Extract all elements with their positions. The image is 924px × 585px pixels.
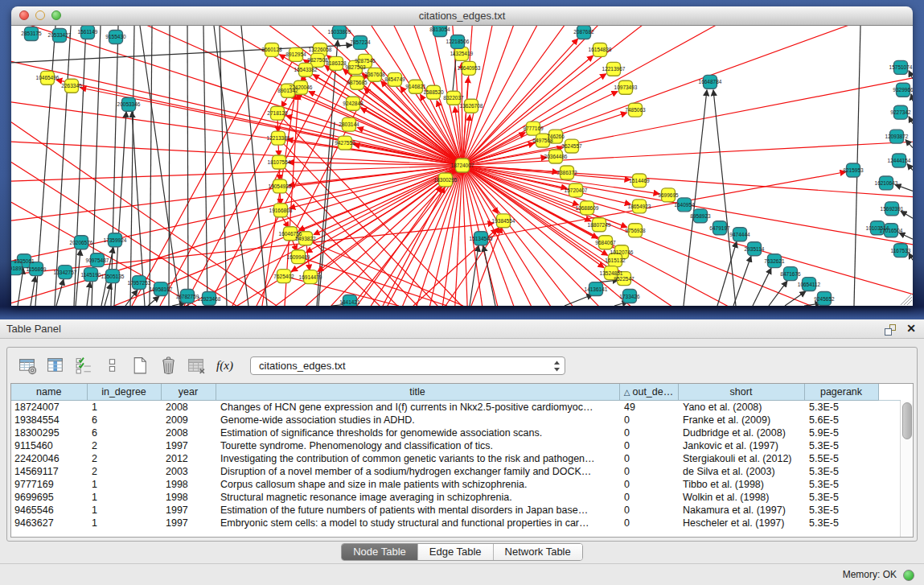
graph-node-label: 16033809 [328,29,351,35]
graph-node-label: 2718126 [267,110,288,116]
cell-pagerank: 5.3E-5 [804,478,878,491]
column-header-out_degree[interactable]: △out_de… [619,384,678,401]
cell-year: 2008 [161,426,216,439]
table-row[interactable]: 911546021997Tourette syndrome. Phenomeno… [11,439,901,452]
table-row[interactable]: 1830029562008Estimation of significance … [11,426,901,439]
show-columns-icon[interactable] [45,355,67,377]
graph-node-label: 16099489 [287,254,310,260]
network-graph[interactable]: 1872400718300295193845548660128891295413… [11,26,913,306]
graph-edge [11,163,236,306]
graph-node-label: 18640953 [458,65,481,71]
graph-edge [44,166,462,306]
graph-edge [281,216,289,228]
cell-filler [878,491,901,504]
tab-network-table[interactable]: Network Table [493,544,582,560]
graph-edge [907,164,913,171]
graph-edge [290,233,463,306]
graph-edge [290,166,462,208]
graph-edge [713,90,736,306]
graph-node-label: 8958923 [690,213,711,219]
minimize-window-button[interactable] [35,10,45,20]
graph-window-title: citations_edges.txt [11,6,913,25]
table-scrollbar[interactable] [900,401,913,537]
table-row[interactable]: 977716911998Corpus callosum shape and si… [11,478,901,491]
cell-title: Changes of HCN gene expression and I(f) … [216,401,619,414]
column-header-in_degree[interactable]: in_degree [87,384,161,401]
graph-node-label: 20364486 [544,154,568,159]
table-selector-dropdown[interactable]: citations_edges.txt [250,356,565,375]
cell-filler [878,478,901,491]
select-columns-icon[interactable] [73,355,95,377]
column-header-title[interactable]: title [216,384,619,401]
cell-out_degree: 49 [619,401,678,414]
cell-out_degree: 0 [619,452,678,465]
cell-name: 18724007 [11,401,87,414]
table-row[interactable]: 946362711997Embryonic stem cells: a mode… [11,517,901,529]
graph-edge [901,211,913,218]
graph-node-label: 16782759 [176,294,199,299]
cell-pagerank: 5.3E-5 [804,517,878,529]
table-row[interactable]: 1938455462009Genome-wide association stu… [11,414,901,426]
cell-name: 9115460 [11,439,87,452]
graph-node-label: 8454749 [384,76,405,82]
table-row[interactable]: 1456911722003Disruption of a novel membe… [11,465,901,478]
cell-short: Franke et al. (2009) [678,414,804,426]
column-header-year[interactable]: year [161,384,216,401]
table-row[interactable]: 2242004622012Investigating the contribut… [11,452,901,465]
graph-node-label: 20533427 [48,32,72,38]
cell-pagerank: 5.6E-5 [804,414,878,426]
graph-node-label: 16648784 [699,79,722,84]
graph-window: citations_edges.txt 18724007183002951938… [11,6,913,306]
table-row[interactable]: 969969511998Structural magnetic resonanc… [11,491,901,504]
close-panel-icon[interactable]: ✕ [906,319,916,338]
graph-node-label: 15134545 [470,236,493,241]
table-row[interactable]: 946554611997Estimation of the future num… [11,504,901,517]
graph-node-label: 18724007 [451,163,474,168]
tab-node-table[interactable]: Node Table [342,544,417,560]
create-column-icon[interactable] [129,355,151,377]
graph-edge [31,276,35,306]
graph-node-label: 8471676 [780,271,801,277]
cell-short: Nakamura et al. (1997) [678,504,804,517]
table-tabs: Node Table Edge Table Network Table [0,543,924,561]
cell-pagerank: 5.3E-5 [804,401,878,414]
cell-in_degree: 1 [87,491,161,504]
column-header-name[interactable]: name [11,384,87,401]
row-height-icon[interactable] [101,355,123,377]
cell-pagerank: 5.3E-5 [804,504,878,517]
graph-node-label: 1615132 [605,257,626,263]
network-canvas[interactable]: 1872400718300295193845548660128891295413… [11,26,913,306]
column-header-pagerank[interactable]: pagerank [804,384,878,401]
graph-node-label: 10120746 [610,249,634,255]
graph-edge [278,144,279,157]
close-window-button[interactable] [19,10,29,20]
cell-name: 14569117 [11,465,87,478]
graph-node-label: 9242848 [343,101,363,106]
tab-edge-table[interactable]: Edge Table [417,544,493,560]
graph-node-label: 9329966 [893,87,913,93]
table-mode-icon[interactable] [17,355,39,377]
delete-column-icon[interactable] [158,355,179,377]
graph-node-label: 9756928 [625,228,646,233]
zoom-window-button[interactable] [51,10,61,20]
graph-edge [470,245,478,306]
graph-node-label: 7485063 [625,107,646,113]
delete-table-icon[interactable] [186,355,207,377]
float-panel-icon[interactable] [885,323,897,341]
cell-name: 19384554 [11,414,87,426]
cell-in_degree: 1 [87,401,161,414]
graph-node-label: 2087682 [573,29,594,35]
function-builder-icon[interactable]: f(x) [214,355,236,377]
table-panel: Table Panel ✕ [0,319,924,585]
cell-filler [878,439,901,452]
cell-in_degree: 6 [87,414,161,426]
cell-in_degree: 2 [87,465,161,478]
graph-window-titlebar[interactable]: citations_edges.txt [11,6,913,26]
table-scrollbar-thumb[interactable] [902,402,912,439]
table-row[interactable]: 1872400712008Changes of HCN gene express… [11,401,901,414]
graph-edge [753,268,771,306]
graph-node-label: 9699695 [658,192,679,198]
column-header-short[interactable]: short [678,384,804,401]
graph-node-label: 8901342 [277,88,298,93]
cell-pagerank: 5.5E-5 [804,452,878,465]
